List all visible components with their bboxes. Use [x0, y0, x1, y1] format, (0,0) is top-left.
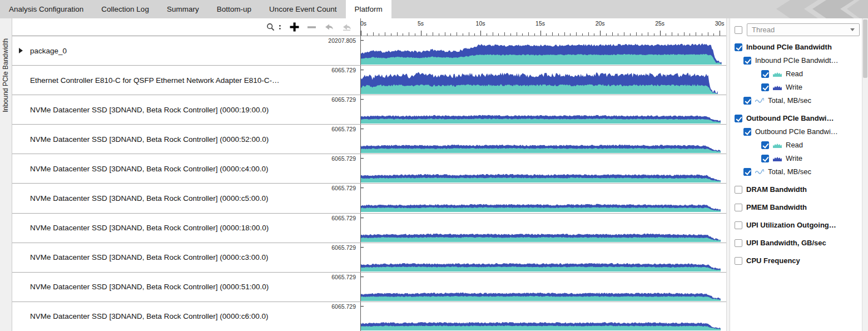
checkbox[interactable] [761, 141, 769, 149]
bandwidth-chart [361, 247, 726, 271]
row-name-nvme-52[interactable]: NVMe Datacenter SSD [3DNAND, Beta Rock C… [12, 125, 360, 154]
bandwidth-chart-cell[interactable] [360, 36, 726, 65]
row-name-nvme-51[interactable]: NVMe Datacenter SSD [3DNAND, Beta Rock C… [12, 273, 360, 302]
grid-scrollbar[interactable] [726, 18, 730, 331]
legend-item-outbound-read[interactable]: Read [761, 141, 860, 149]
row-name-nvme-18[interactable]: NVMe Datacenter SSD [3DNAND, Beta Rock C… [12, 214, 360, 243]
more-dots-icon[interactable] [279, 23, 281, 31]
legend-item-outbound-pcie-bandwidth[interactable]: Outbound PCIe Bandwi… [735, 114, 860, 122]
zoom-out-icon[interactable] [307, 26, 316, 29]
thread-dropdown[interactable]: Thread [747, 23, 860, 36]
checkbox[interactable] [761, 83, 769, 91]
row-max-value: 6065.729 [331, 155, 356, 162]
table-row: NVMe Datacenter SSD [3DNAND, Beta Rock C… [12, 302, 726, 331]
legend-item-inbound-write[interactable]: Write [761, 83, 860, 91]
write-area-icon [773, 84, 782, 91]
bandwidth-chart [361, 187, 726, 212]
bandwidth-chart-cell[interactable] [360, 302, 726, 331]
row-max-value: 6065.729 [331, 274, 356, 280]
tab-analysis-configuration[interactable]: Analysis Configuration [0, 0, 92, 18]
redo-zoom-icon[interactable] [342, 23, 351, 31]
checkbox[interactable] [743, 97, 751, 105]
row-name-nvme-c3[interactable]: NVMe Datacenter SSD [3DNAND, Beta Rock C… [12, 243, 360, 272]
legend-item-inbound-pcie-bandwidth[interactable]: Inbound PCIe Bandwidth [735, 43, 860, 51]
row-name-nvme-c6[interactable]: NVMe Datacenter SSD [3DNAND, Beta Rock C… [12, 302, 360, 331]
chevron-down-icon [850, 28, 855, 31]
tab-platform[interactable]: Platform [346, 0, 391, 18]
bandwidth-chart [361, 129, 726, 153]
row-name-nvme-c4[interactable]: NVMe Datacenter SSD [3DNAND, Beta Rock C… [12, 154, 360, 183]
checkbox[interactable] [735, 239, 742, 247]
expand-arrow-icon[interactable] [19, 48, 23, 53]
row-name-ethernet[interactable]: Ethernet Controller E810-C for QSFP Ethe… [12, 66, 360, 95]
checkbox[interactable] [743, 57, 751, 65]
tab-uncore-event-count[interactable]: Uncore Event Count [260, 0, 346, 18]
legend-item-cpu-frequency[interactable]: CPU Frequency [735, 256, 860, 265]
left-axis-label: Inbound PCIe Bandwidth [2, 38, 9, 112]
tab-collection-log[interactable]: Collection Log [92, 0, 158, 18]
legend-item-inbound-pcie-bandwidth-sub[interactable]: Inbound PCIe Bandwidt… [743, 56, 860, 65]
row-name-package-0[interactable]: package_0 20207.805 [12, 36, 360, 65]
total-line-icon [755, 169, 764, 175]
checkbox[interactable] [761, 155, 769, 162]
table-row: NVMe Datacenter SSD [3DNAND, Beta Rock C… [12, 213, 726, 243]
row-name-nvme-19[interactable]: NVMe Datacenter SSD [3DNAND, Beta Rock C… [12, 95, 360, 124]
legend-item-inbound-read[interactable]: Read [761, 70, 860, 78]
checkbox[interactable] [743, 128, 751, 136]
bandwidth-chart-cell[interactable] [360, 154, 726, 183]
bandwidth-chart-cell[interactable] [360, 125, 726, 154]
checkbox[interactable] [735, 204, 742, 211]
table-row: NVMe Datacenter SSD [3DNAND, Beta Rock C… [12, 243, 726, 272]
checkbox[interactable] [735, 43, 742, 51]
checkbox[interactable] [735, 221, 742, 229]
row-max-value: 6065.729 [331, 215, 356, 221]
search-icon[interactable] [266, 23, 275, 32]
checkbox[interactable] [761, 70, 769, 78]
legend-item-outbound-total[interactable]: Total, MB/sec [743, 167, 860, 176]
legend-item-upi-utilization[interactable]: UPI Utilization Outgoing… [735, 221, 860, 229]
timeline-ruler[interactable]: 0s5s10s15s20s25s30s [360, 18, 726, 36]
bandwidth-chart-cell[interactable] [360, 95, 726, 124]
tab-bottom-up[interactable]: Bottom-up [208, 0, 260, 18]
table-row: NVMe Datacenter SSD [3DNAND, Beta Rock C… [12, 124, 726, 154]
bandwidth-chart-cell[interactable] [360, 214, 726, 243]
read-area-icon [773, 71, 782, 77]
table-row: NVMe Datacenter SSD [3DNAND, Beta Rock C… [12, 154, 726, 183]
table-row: Ethernet Controller E810-C for QSFP Ethe… [12, 65, 726, 95]
bandwidth-chart-cell[interactable] [360, 66, 726, 95]
panel-scrollbar[interactable] [862, 18, 868, 331]
table-row: NVMe Datacenter SSD [3DNAND, Beta Rock C… [12, 272, 726, 302]
bandwidth-chart [361, 306, 726, 330]
legend-item-upi-bandwidth[interactable]: UPI Bandwidth, GB/sec [735, 239, 860, 247]
table-row: package_0 20207.805 [12, 36, 726, 65]
legend-item-outbound-write[interactable]: Write [761, 154, 860, 162]
bandwidth-chart [361, 158, 726, 182]
legend-panel: Thread Inbound PCIe Bandwidth Inbound PC… [730, 18, 862, 331]
read-area-icon [773, 142, 782, 149]
undo-zoom-icon[interactable] [324, 23, 334, 31]
legend-item-inbound-total[interactable]: Total, MB/sec [743, 96, 860, 105]
legend-item-pmem-bandwidth[interactable]: PMEM Bandwidth [735, 203, 860, 211]
row-name-nvme-c5[interactable]: NVMe Datacenter SSD [3DNAND, Beta Rock C… [12, 184, 360, 213]
row-max-value: 6065.729 [331, 67, 356, 73]
thread-checkbox[interactable] [735, 26, 742, 34]
bandwidth-chart-cell[interactable] [360, 273, 726, 302]
bandwidth-chart-cell[interactable] [360, 243, 726, 272]
checkbox[interactable] [735, 257, 742, 265]
scrollbar-thumb[interactable] [863, 19, 867, 78]
header-decoration [723, 0, 868, 18]
legend-item-outbound-pcie-bandwidth-sub[interactable]: Outbound PCIe Bandwi… [743, 127, 860, 136]
checkbox[interactable] [735, 186, 742, 194]
bandwidth-chart [361, 70, 726, 94]
legend-item-dram-bandwidth[interactable]: DRAM Bandwidth [735, 185, 860, 194]
bandwidth-chart [361, 99, 726, 123]
checkbox[interactable] [735, 115, 742, 122]
tab-summary[interactable]: Summary [158, 0, 208, 18]
row-max-value: 6065.729 [331, 126, 356, 132]
checkbox[interactable] [743, 168, 751, 176]
bandwidth-chart [361, 218, 726, 242]
table-row: NVMe Datacenter SSD [3DNAND, Beta Rock C… [12, 183, 726, 213]
bandwidth-grid: package_0 20207.805 Ethernet Controller … [12, 36, 726, 331]
bandwidth-chart-cell[interactable] [360, 184, 726, 213]
zoom-in-icon[interactable] [290, 22, 299, 32]
